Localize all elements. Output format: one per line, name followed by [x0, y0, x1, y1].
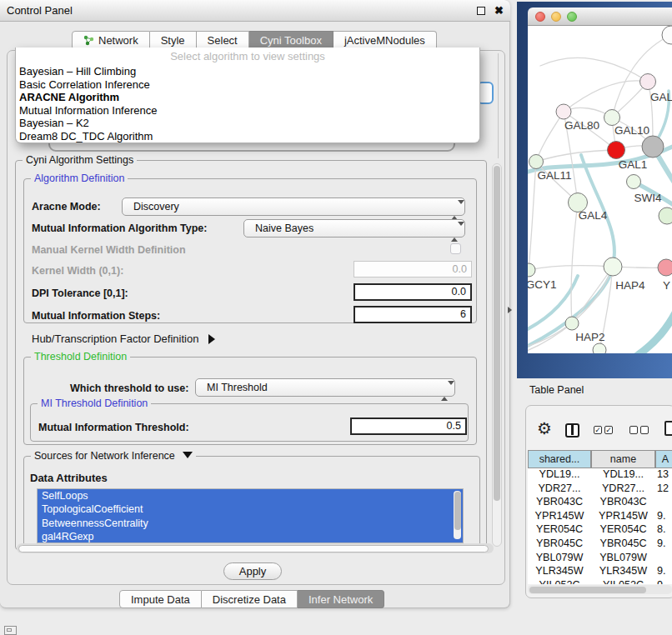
- network-node-gal80[interactable]: [556, 104, 571, 119]
- which-threshold-combo[interactable]: MI Threshold: [195, 378, 455, 397]
- network-node[interactable]: [593, 343, 606, 353]
- attribute-item-selfloops[interactable]: SelfLoops: [38, 489, 463, 502]
- network-node[interactable]: [659, 208, 672, 224]
- screen: Control Panel ✖ NetworkStyleSelectCyni T…: [0, 0, 672, 635]
- table-cell: [655, 552, 672, 566]
- hub-definition-label: Hub/Transcription Factor Definition: [32, 332, 198, 345]
- sources-expander[interactable]: Sources for Network Inference: [31, 450, 196, 462]
- algorithm-option-mutual-information-inference[interactable]: Mutual Information Inference: [16, 104, 479, 118]
- network-edge[interactable]: [571, 202, 578, 323]
- close-icon[interactable]: ✖: [494, 0, 504, 22]
- table-cell: YPR145W: [591, 510, 655, 524]
- column-header-name[interactable]: name: [591, 450, 655, 468]
- aracne-mode-combo[interactable]: Discovery: [122, 198, 465, 216]
- mi-type-combo[interactable]: Naive Bayes: [243, 219, 465, 238]
- table-row[interactable]: YER054CYER054C8.: [528, 523, 672, 538]
- table-row[interactable]: YLR345WYLR345W9.: [528, 565, 672, 579]
- columns-icon[interactable]: [565, 423, 579, 438]
- list-scrollbar[interactable]: [454, 491, 461, 539]
- table-row[interactable]: YBL079WYBL079W: [528, 552, 672, 566]
- close-button[interactable]: [535, 12, 545, 22]
- data-attributes-list[interactable]: SelfLoopsTopologicalCoefficientBetweenne…: [37, 488, 464, 543]
- table-cell: YBR045C: [528, 538, 591, 552]
- network-node[interactable]: [662, 26, 672, 44]
- apply-button[interactable]: Apply: [223, 562, 282, 580]
- network-edge[interactable]: [634, 301, 672, 353]
- node-table[interactable]: YDL19...YDL19...13YDR27...YDR27...12YBR0…: [528, 468, 672, 584]
- gear-icon[interactable]: ⚙: [537, 418, 552, 438]
- attribute-item-topologicalcoefficient[interactable]: TopologicalCoefficient: [38, 502, 463, 516]
- tab-impute-data[interactable]: Impute Data: [119, 590, 202, 608]
- network-node-gal10[interactable]: [604, 110, 620, 126]
- stepper-icon: [441, 382, 449, 399]
- attribute-item-gal4rgexp[interactable]: gal4RGexp: [38, 530, 463, 543]
- table-row[interactable]: YPR145WYPR145W9.: [528, 510, 672, 524]
- zoom-button[interactable]: [567, 12, 577, 22]
- network-node-hap2[interactable]: [565, 317, 579, 330]
- settings-horizontal-scrollbar[interactable]: [17, 543, 494, 553]
- algorithm-option-basic-correlation-inference[interactable]: Basic Correlation Inference: [16, 78, 479, 92]
- mi-threshold-field[interactable]: 0.5: [350, 418, 467, 435]
- kernel-width-field[interactable]: 0.0: [354, 261, 472, 278]
- network-graph[interactable]: GALGAL80GAL10GAL1GAL11SWI4GAL4GCY1HAP4YH…: [528, 26, 672, 353]
- table-row[interactable]: YDL19...YDL19...13: [528, 468, 672, 482]
- control-panel-titlebar: Control Panel ✖: [0, 0, 510, 22]
- sources-title: Sources for Network Inference: [34, 450, 175, 462]
- scrollbar-thumb[interactable]: [18, 545, 489, 552]
- show-columns-icon[interactable]: ✓✓: [594, 426, 613, 434]
- mi-steps-field[interactable]: 6: [354, 306, 472, 323]
- split-pane-collapse-arrow[interactable]: [508, 307, 512, 313]
- algorithm-option-bayesian-k2[interactable]: Bayesian – K2: [16, 117, 479, 130]
- tab-discretize-data[interactable]: Discretize Data: [202, 590, 298, 608]
- kernel-width-label: Kernel Width (0,1):: [32, 265, 123, 277]
- network-canvas[interactable]: GALGAL80GAL10GAL1GAL11SWI4GAL4GCY1HAP4YH…: [528, 26, 672, 353]
- network-node-y[interactable]: [658, 259, 672, 276]
- network-edge[interactable]: [529, 162, 536, 270]
- group-title: MI Threshold Definition: [38, 398, 151, 409]
- network-node-gcy1[interactable]: [528, 263, 535, 277]
- attribute-item-betweennesscentrality[interactable]: BetweennessCentrality: [38, 517, 463, 530]
- scrollbar-thumb[interactable]: [529, 587, 646, 593]
- network-edge[interactable]: [536, 112, 564, 162]
- hub-definition-expander[interactable]: Hub/Transcription Factor Definition: [32, 332, 215, 345]
- table-row[interactable]: YIL052CYIL052C9: [528, 579, 672, 584]
- float-panel-icon[interactable]: [477, 7, 485, 15]
- table-cell: YDR27...: [591, 482, 655, 497]
- aracne-mode-label: Aracne Mode:: [32, 201, 101, 212]
- table-cell: [655, 496, 672, 510]
- network-edge[interactable]: [529, 266, 613, 270]
- algorithm-option-aracne-algorithm[interactable]: ARACNE Algorithm: [16, 91, 479, 104]
- settings-vertical-scrollbar[interactable]: [492, 163, 502, 547]
- node-label-swi4: SWI4: [634, 192, 661, 204]
- network-node-hap4[interactable]: [604, 258, 622, 276]
- scrollbar-thumb[interactable]: [454, 492, 461, 530]
- algorithm-option-bayesian-hill-climbing[interactable]: Bayesian – Hill Climbing: [16, 65, 479, 78]
- algorithm-option-dream8-dc-tdc-algorithm[interactable]: Dream8 DC_TDC Algorithm: [16, 130, 479, 143]
- manual-kernel-checkbox[interactable]: [450, 243, 461, 254]
- manual-kernel-label: Manual Kernel Width Definition: [32, 244, 186, 256]
- column-header-a[interactable]: A: [655, 450, 672, 468]
- network-node-gal11[interactable]: [529, 155, 544, 169]
- tab-label: Cyni Toolbox: [260, 32, 322, 49]
- column-header-shared[interactable]: shared...: [528, 450, 591, 468]
- dpi-tolerance-field[interactable]: 0.0: [354, 283, 472, 301]
- document-icon[interactable]: [664, 421, 672, 436]
- network-edge[interactable]: [536, 150, 616, 162]
- table-row[interactable]: YBR043CYBR043C: [528, 496, 672, 510]
- scrollbar-thumb[interactable]: [494, 166, 500, 501]
- table-row[interactable]: YDR27...YDR27...12: [528, 482, 672, 497]
- dock-panel-icon[interactable]: [4, 626, 17, 635]
- network-node[interactable]: [642, 136, 664, 158]
- node-label-gal: GAL: [650, 91, 672, 103]
- table-panel-title: Table Panel: [529, 384, 584, 396]
- table-horizontal-scrollbar[interactable]: [528, 585, 672, 594]
- table-cell: YBR045C: [591, 538, 655, 552]
- network-node-gal[interactable]: [640, 74, 656, 90]
- hide-columns-icon[interactable]: [629, 426, 649, 434]
- minimize-button[interactable]: [551, 12, 561, 22]
- network-node-gal1[interactable]: [608, 142, 625, 159]
- table-row[interactable]: YBR045CYBR045C9.: [528, 538, 672, 552]
- network-node-swi4[interactable]: [627, 175, 641, 189]
- algorithm-dropdown-popup: Select algorithm to view settings Bayesi…: [15, 48, 480, 143]
- tab-infer-network[interactable]: Infer Network: [298, 590, 384, 608]
